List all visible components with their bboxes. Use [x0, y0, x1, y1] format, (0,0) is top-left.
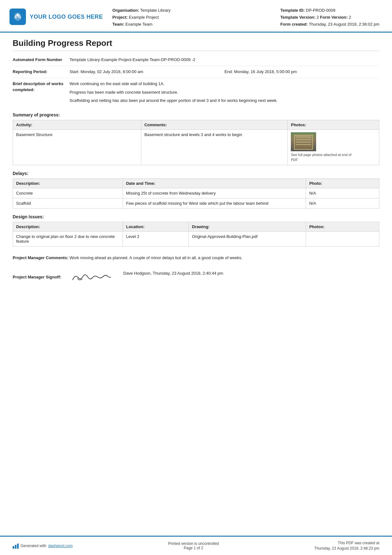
project-label: Project:	[113, 15, 128, 20]
footer-right: This PDF was created at Thursday, 23 Aug…	[314, 540, 379, 551]
main-content: Building Progress Report Automated Form …	[0, 33, 392, 536]
signoff-name: Dave Hodgson, Thursday, 23 August 2018, …	[123, 268, 223, 277]
template-id-row: Template ID: DP-PROD-0009	[280, 7, 379, 14]
di-col-drawing: Drawing:	[189, 222, 306, 232]
brief-description-row: Brief description of works completed: Wo…	[13, 78, 379, 107]
signature-image	[70, 268, 114, 287]
header-right: Template ID: DP-PROD-0009 Template Versi…	[280, 6, 379, 28]
form-version-label: Form Version:	[320, 15, 347, 20]
form-version-value: 2	[349, 15, 351, 20]
team-row: Team: Example Team	[113, 21, 280, 28]
template-version-row: Template Version: 2 Form Version: 2	[280, 14, 379, 21]
delays-row-2: Scaffold Few pieces of scaffold missing …	[13, 198, 379, 209]
brief-description-value: Work continuing on the east side wall of…	[70, 81, 379, 104]
photo-caption: See full page photos attached at end of …	[291, 153, 354, 162]
di-photo-1	[306, 232, 379, 246]
di-desc-1: Change to original plan on floor 2 due t…	[13, 232, 123, 246]
project-value: Example Project	[129, 15, 159, 20]
summary-col-comments: Comments:	[141, 120, 288, 130]
org-value: Template Library	[140, 8, 170, 13]
header-middle: Organisation: Template Library Project: …	[113, 6, 280, 28]
delays-heading: Delays:	[13, 171, 379, 176]
page-footer: Generated with dashpivot.com Printed ver…	[0, 536, 392, 555]
summary-table: Activity: Comments: Photos: Basement Str…	[13, 120, 379, 165]
footer-center: Printed version is uncontrolled Page 1 o…	[168, 541, 219, 550]
design-issues-heading: Design Issues:	[13, 214, 379, 219]
pdf-created-text: This PDF was created at	[314, 540, 379, 546]
form-created-value: Thursday, 23 August 2018, 2:36:02 pm	[309, 22, 379, 27]
footer-left: Generated with dashpivot.com	[13, 543, 73, 549]
of-text: of 2	[197, 546, 203, 550]
reporting-end: End: Monday, 16 July 2018, 5:00:00 pm	[224, 69, 379, 75]
form-number-value: Template Library-Example Project-Example…	[70, 57, 379, 63]
di-drawing-1: Original-Approved-Building-Plan.pdf	[189, 232, 306, 246]
report-title: Building Progress Report	[13, 38, 379, 51]
pm-comments-row: Project Manager Comments: Work moving ah…	[13, 252, 379, 265]
org-label: Organisation:	[113, 8, 139, 13]
pm-signoff-label: Project Manager Signoff:	[13, 274, 70, 280]
template-version-label: Template Version:	[280, 15, 315, 20]
delays-photo-1: N/A	[306, 188, 379, 198]
summary-heading: Summary of progress:	[13, 112, 379, 117]
summary-comments-1: Basement structure and levels 3 and 4 wo…	[141, 130, 288, 165]
brief-line-2: Progress has been made with concrete bas…	[70, 89, 379, 96]
reporting-period-label: Reporting Period:	[13, 69, 70, 75]
reporting-start: Start: Monday, 02 July 2018, 8:00:00 am	[70, 69, 224, 75]
reporting-period-row: Reporting Period: Start: Monday, 02 July…	[13, 66, 379, 78]
form-number-label: Automated Form Number	[13, 57, 70, 63]
pm-section: Project Manager Comments: Work moving ah…	[13, 252, 379, 290]
form-number-row: Automated Form Number Template Library-E…	[13, 54, 379, 66]
pm-comments-label: Project Manager Comments:	[13, 255, 70, 261]
delays-col-desc: Description:	[13, 179, 123, 188]
template-id-label: Template ID:	[280, 8, 305, 13]
summary-col-activity: Activity:	[13, 120, 141, 130]
team-label: Team:	[113, 22, 124, 27]
org-row: Organisation: Template Library	[113, 7, 280, 14]
di-row-1: Change to original plan on floor 2 due t…	[13, 232, 379, 246]
building-photo-inner	[291, 132, 316, 151]
delays-desc-2: Scaffold	[13, 198, 123, 209]
logo-svg	[12, 11, 23, 22]
summary-activity-1: Basement Structure	[13, 130, 141, 165]
dashpivot-link[interactable]: dashpivot.com	[48, 544, 72, 548]
delays-row-1: Concrete Missing 25t of concrete from We…	[13, 188, 379, 198]
pm-comments-value: Work moving ahead as planned. A couple o…	[70, 255, 379, 261]
brief-line-3: Scaffolding and netting has also been pu…	[70, 97, 379, 104]
template-id-value: DP-PROD-0009	[306, 8, 335, 13]
delays-col-datetime: Date and Time:	[123, 179, 306, 188]
project-row: Project: Example Project	[113, 14, 280, 21]
summary-photos-1: See full page photos attached at end of …	[288, 130, 379, 165]
photo-cell: See full page photos attached at end of …	[291, 132, 376, 162]
form-created-row: Form created: Thursday, 23 August 2018, …	[280, 21, 379, 28]
page-number: Page 1 of 2	[168, 546, 219, 550]
pm-signoff-row: Project Manager Signoff: Dave Hodgson, T…	[13, 265, 379, 290]
delays-desc-1: Concrete	[13, 188, 123, 198]
team-value: Example Team	[125, 22, 152, 27]
dashpivot-icon	[13, 543, 19, 549]
pm-signoff-area: Dave Hodgson, Thursday, 23 August 2018, …	[70, 268, 379, 287]
di-col-location: Location:	[123, 222, 189, 232]
design-issues-table: Description: Location: Drawing: Photos: …	[13, 222, 379, 246]
signature-area: Dave Hodgson, Thursday, 23 August 2018, …	[70, 268, 379, 287]
di-col-desc: Description:	[13, 222, 123, 232]
form-created-label: Form created:	[280, 22, 308, 27]
delays-col-photo: Photo:	[306, 179, 379, 188]
svg-point-0	[17, 15, 19, 16]
delays-photo-2: N/A	[306, 198, 379, 209]
delays-datetime-1: Missing 25t of concrete from Wednesday d…	[123, 188, 306, 198]
delays-table: Description: Date and Time: Photo: Concr…	[13, 178, 379, 209]
delays-datetime-2: Few pieces of scaffold missing for West …	[123, 198, 306, 209]
summary-row-1: Basement Structure Basement structure an…	[13, 130, 379, 165]
di-col-photos: Photos:	[306, 222, 379, 232]
form-fields: Automated Form Number Template Library-E…	[13, 54, 379, 107]
summary-col-photos: Photos:	[288, 120, 379, 130]
generated-text: Generated with	[21, 544, 46, 548]
brief-description-label: Brief description of works completed:	[13, 81, 70, 93]
reporting-period-values: Start: Monday, 02 July 2018, 8:00:00 am …	[70, 69, 379, 75]
logo-area: YOUR LOGO GOES HERE	[9, 6, 103, 28]
di-location-1: Level 2	[123, 232, 189, 246]
signature-svg	[70, 268, 114, 287]
template-version-value: 2	[316, 15, 320, 20]
uncontrolled-text: Printed version is uncontrolled	[168, 541, 219, 546]
page-header: YOUR LOGO GOES HERE Organisation: Templa…	[0, 0, 392, 33]
